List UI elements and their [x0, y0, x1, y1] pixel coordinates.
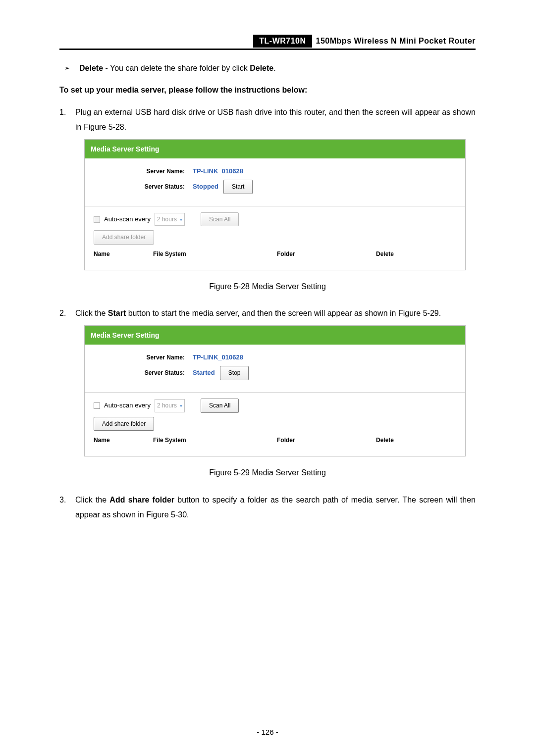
step-2: 2. Click the Start button to start the m…	[59, 306, 476, 321]
step-1-text-a: Plug an external USB hard disk drive or …	[75, 108, 476, 131]
scan-section: Auto-scan every 2 hours ▾ Scan All Add s…	[85, 393, 465, 456]
figure-5-29-caption: Figure 5-29 Media Server Setting	[59, 465, 476, 480]
server-info-section: Server Name: TP-LINK_010628 Server Statu…	[85, 158, 465, 206]
delete-label: Delete	[79, 64, 103, 72]
server-name-label: Server Name:	[94, 166, 193, 177]
model-badge: TL-WR710N	[253, 35, 312, 48]
chevron-down-icon: ▾	[180, 215, 182, 224]
step-2-figref: Figure 5-29	[398, 309, 439, 317]
step-3-text: Click the Add share folder button to spe…	[75, 493, 476, 523]
server-status-label: Server Status:	[94, 181, 193, 193]
panel-title: Media Server Setting	[85, 140, 465, 159]
server-status-value: Stopped	[193, 181, 218, 193]
chevron-down-icon: ▾	[180, 401, 182, 410]
th-folder: Folder	[277, 249, 376, 260]
server-info-section: Server Name: TP-LINK_010628 Server Statu…	[85, 345, 465, 392]
step-3-text-c: .	[187, 510, 189, 519]
step-1: 1. Plug an external USB hard disk drive …	[59, 105, 476, 135]
step-2-btnref: Start	[108, 309, 126, 317]
autoscan-label: Auto-scan every	[104, 400, 151, 412]
autoscan-checkbox[interactable]	[94, 403, 100, 409]
autoscan-interval-select[interactable]: 2 hours ▾	[155, 213, 185, 226]
add-share-folder-button[interactable]: Add share folder	[94, 230, 154, 245]
bullet-text: Delete - You can delete the share folder…	[79, 61, 276, 76]
add-share-folder-button[interactable]: Add share folder	[94, 417, 154, 431]
step-2-text-b: button to start the media server, and th…	[126, 309, 398, 317]
step-1-text: Plug an external USB hard disk drive or …	[75, 105, 476, 135]
server-name-value: TP-LINK_010628	[193, 352, 243, 364]
stop-button[interactable]: Stop	[220, 366, 249, 380]
step-1-figref: Figure 5-28	[84, 123, 124, 131]
th-filesystem: File System	[153, 435, 277, 446]
share-table-header: Name File System Folder Delete	[94, 435, 456, 446]
step-2-text: Click the Start button to start the medi…	[75, 306, 441, 321]
figure-5-29-screenshot: Media Server Setting Server Name: TP-LIN…	[84, 325, 466, 456]
th-delete: Delete	[376, 249, 435, 260]
server-status-value: Started	[193, 367, 215, 379]
scan-all-button[interactable]: Scan All	[201, 212, 239, 227]
step-1-text-b: .	[124, 123, 126, 131]
autoscan-interval-select[interactable]: 2 hours ▾	[155, 399, 185, 412]
step-2-number: 2.	[59, 306, 75, 321]
server-name-label: Server Name:	[94, 352, 193, 363]
page-number: - 126 -	[0, 728, 535, 736]
th-name: Name	[94, 249, 153, 260]
delete-period: .	[273, 64, 275, 72]
autoscan-interval-value: 2 hours	[157, 400, 177, 411]
delete-desc: - You can delete the share folder by cli…	[103, 64, 250, 72]
server-status-label: Server Status:	[94, 367, 193, 379]
doc-header: TL-WR710N 150Mbps Wireless N Mini Pocket…	[59, 35, 476, 50]
step-2-text-a: Click the	[75, 309, 108, 317]
share-table-header: Name File System Folder Delete	[94, 249, 456, 260]
bullet-glyph-icon: ➢	[64, 61, 79, 76]
step-3-number: 3.	[59, 493, 75, 523]
panel-title: Media Server Setting	[85, 326, 465, 345]
th-delete: Delete	[376, 435, 435, 446]
th-filesystem: File System	[153, 249, 277, 260]
header-description: 150Mbps Wireless N Mini Pocket Router	[316, 37, 476, 46]
figure-5-28-caption: Figure 5-28 Media Server Setting	[59, 279, 476, 294]
th-name: Name	[94, 435, 153, 446]
delete-label2: Delete	[250, 64, 273, 72]
step-3: 3. Click the Add share folder button to …	[59, 493, 476, 523]
start-button[interactable]: Start	[223, 180, 253, 194]
step-1-number: 1.	[59, 105, 75, 135]
scan-section: Auto-scan every 2 hours ▾ Scan All Add s…	[85, 206, 465, 270]
bullet-delete: ➢ Delete - You can delete the share fold…	[64, 61, 476, 76]
step-3-figref: Figure 5-30	[146, 510, 187, 519]
step-3-btnref: Add share folder	[109, 496, 174, 504]
step-2-text-c: .	[439, 309, 441, 317]
autoscan-interval-value: 2 hours	[157, 214, 177, 225]
autoscan-checkbox[interactable]	[94, 216, 100, 223]
setup-heading: To set up your media server, please foll…	[59, 83, 476, 98]
server-name-value: TP-LINK_010628	[193, 165, 243, 178]
step-3-text-a: Click the	[75, 496, 109, 504]
autoscan-label: Auto-scan every	[104, 213, 151, 226]
figure-5-28-screenshot: Media Server Setting Server Name: TP-LIN…	[84, 139, 466, 270]
th-folder: Folder	[277, 435, 376, 446]
scan-all-button[interactable]: Scan All	[201, 399, 239, 413]
